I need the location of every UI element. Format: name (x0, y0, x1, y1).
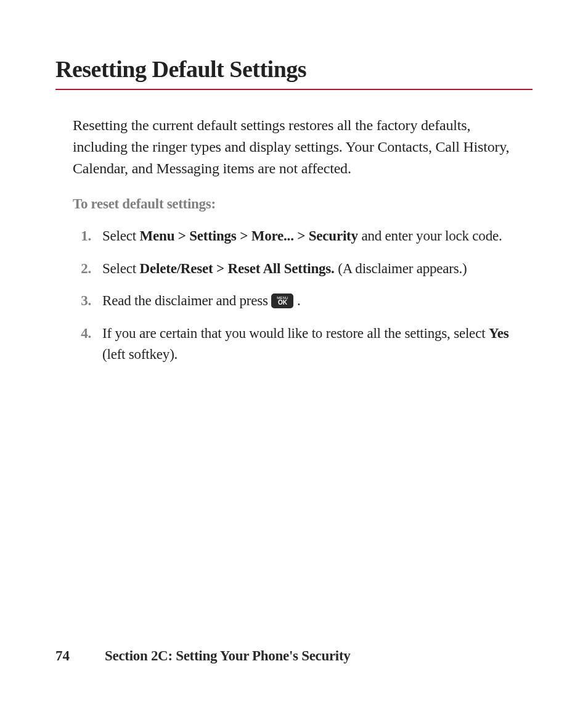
step-bold: Delete/Reset > Reset All Settings. (140, 261, 335, 276)
step-pre: Select (102, 261, 140, 276)
section-label: Section 2C: Setting Your Phone's Securit… (105, 648, 351, 664)
step-pre: If you are certain that you would like t… (102, 326, 489, 341)
step-item: 4. If you are certain that you would lik… (73, 323, 533, 366)
step-content: Read the disclaimer and press MENUOK . (102, 290, 533, 312)
step-item: 3. Read the disclaimer and press MENUOK … (73, 290, 533, 312)
steps-subheading: To reset default settings: (73, 196, 533, 212)
step-post: and enter your lock code. (358, 228, 502, 244)
page-number: 74 (55, 648, 105, 664)
step-item: 1. Select Menu > Settings > More... > Se… (73, 226, 533, 247)
intro-paragraph: Resetting the current default settings r… (73, 115, 526, 179)
page-footer: 74 Section 2C: Setting Your Phone's Secu… (55, 648, 533, 664)
key-ok-label: OK (278, 300, 287, 306)
step-post: (left softkey). (102, 347, 178, 362)
step-content: If you are certain that you would like t… (102, 323, 533, 366)
step-bold: Yes (489, 326, 509, 341)
page-title: Resetting Default Settings (55, 55, 533, 90)
step-number: 4. (73, 323, 102, 345)
step-content: Select Menu > Settings > More... > Secur… (102, 226, 533, 247)
step-number: 2. (73, 258, 102, 280)
steps-list: 1. Select Menu > Settings > More... > Se… (73, 226, 533, 366)
step-bold: Menu > Settings > More... > Security (140, 228, 358, 244)
step-content: Select Delete/Reset > Reset All Settings… (102, 258, 533, 280)
step-pre: Read the disclaimer and press (102, 293, 271, 308)
step-pre: Select (102, 228, 140, 244)
step-item: 2. Select Delete/Reset > Reset All Setti… (73, 258, 533, 280)
step-number: 1. (73, 226, 102, 247)
step-number: 3. (73, 290, 102, 312)
menu-ok-key-icon: MENUOK (271, 293, 293, 308)
step-post: . (293, 293, 300, 308)
step-post: (A disclaimer appears.) (335, 261, 467, 276)
